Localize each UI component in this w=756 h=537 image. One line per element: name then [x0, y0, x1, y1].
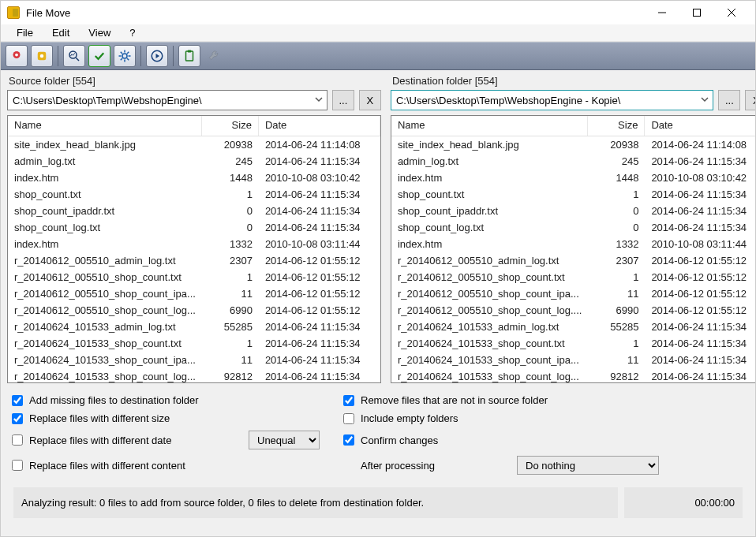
cell-date: 2010-10-08 03:10:42: [645, 172, 756, 184]
table-row[interactable]: r_20140624_101533_shop_count_log...92812…: [391, 368, 756, 383]
dest-clear-button[interactable]: X: [745, 90, 756, 110]
col-name[interactable]: Name: [391, 116, 589, 136]
cell-date: 2014-06-24 11:15:34: [645, 354, 756, 366]
table-row[interactable]: r_20140612_005510_admin_log.txt23072014-…: [391, 252, 756, 269]
cell-name: index.htm: [391, 238, 589, 250]
opt-replace-content[interactable]: Replace files with different content: [12, 460, 249, 472]
wrench-icon[interactable]: [204, 45, 226, 67]
cell-date: 2014-06-24 11:15:34: [645, 205, 756, 217]
table-row[interactable]: r_20140612_005510_shop_count_ipa...11201…: [8, 285, 380, 302]
table-row[interactable]: r_20140612_005510_admin_log.txt23072014-…: [8, 252, 380, 269]
table-row[interactable]: site_index_head_blank.jpg209382014-06-24…: [391, 136, 756, 153]
cell-size: 0: [588, 205, 645, 217]
gear-icon[interactable]: [114, 45, 136, 67]
cell-size: 1332: [588, 238, 645, 250]
menu-file[interactable]: File: [9, 25, 41, 40]
table-row[interactable]: admin_log.txt2452014-06-24 11:15:34: [391, 153, 756, 170]
source-path-input[interactable]: [7, 90, 327, 110]
cell-name: r_20140624_101533_shop_count_log...: [391, 371, 589, 382]
dest-list: Name Size Date site_index_head_blank.jpg…: [391, 115, 756, 383]
opt-replace-size[interactable]: Replace files with different size: [12, 412, 249, 424]
table-row[interactable]: shop_count_log.txt02014-06-24 11:15:34: [8, 219, 380, 236]
table-row[interactable]: r_20140624_101533_shop_count_ipa...11201…: [391, 352, 756, 368]
col-size[interactable]: Size: [202, 116, 259, 136]
table-row[interactable]: r_20140624_101533_shop_count_log...92812…: [8, 368, 380, 383]
cell-name: shop_count_ipaddr.txt: [391, 205, 589, 217]
svg-point-5: [15, 54, 18, 57]
cell-date: 2014-06-12 01:55:12: [259, 271, 380, 283]
table-row[interactable]: r_20140624_101533_admin_log.txt552852014…: [391, 319, 756, 335]
dest-path-input[interactable]: [391, 90, 714, 110]
clipboard-icon[interactable]: [178, 45, 200, 67]
table-row[interactable]: r_20140624_101533_shop_count.txt12014-06…: [8, 335, 380, 352]
svg-line-15: [121, 52, 122, 54]
source-pane: Source folder [554] ... X Name Size Date…: [7, 73, 381, 383]
table-row[interactable]: index.htm14482010-10-08 03:10:42: [8, 170, 380, 186]
after-processing-label: After processing: [343, 460, 517, 472]
table-row[interactable]: r_20140612_005510_shop_count.txt12014-06…: [8, 269, 380, 285]
minimize-button[interactable]: [645, 2, 679, 24]
opt-include-empty[interactable]: Include empty folders: [343, 412, 744, 424]
cell-size: 6990: [588, 304, 645, 316]
col-size[interactable]: Size: [588, 116, 645, 136]
date-mode-combo[interactable]: Unequal: [249, 431, 320, 449]
table-row[interactable]: shop_count_ipaddr.txt02014-06-24 11:15:3…: [391, 203, 756, 219]
svg-point-10: [122, 54, 127, 58]
table-row[interactable]: r_20140624_101533_shop_count_ipa...11201…: [8, 352, 380, 368]
cell-date: 2014-06-24 11:15:34: [259, 354, 380, 366]
cell-size: 20938: [588, 139, 645, 151]
maximize-button[interactable]: [679, 2, 714, 24]
table-row[interactable]: admin_log.txt2452014-06-24 11:15:34: [8, 153, 380, 170]
table-row[interactable]: shop_count.txt12014-06-24 11:15:34: [8, 186, 380, 203]
table-row[interactable]: site_index_head_blank.jpg209382014-06-24…: [8, 136, 380, 153]
table-row[interactable]: r_20140612_005510_shop_count.txt12014-06…: [391, 269, 756, 285]
table-row[interactable]: shop_count_ipaddr.txt02014-06-24 11:15:3…: [8, 203, 380, 219]
table-row[interactable]: r_20140624_101533_shop_count.txt12014-06…: [391, 335, 756, 352]
pin-yellow-icon[interactable]: [31, 45, 53, 67]
dest-label: Destination folder [554]: [391, 73, 756, 90]
analyze-icon[interactable]: [63, 45, 85, 67]
opt-add-missing[interactable]: Add missing files to destination folder: [12, 394, 249, 406]
table-row[interactable]: r_20140612_005510_shop_count_log...69902…: [8, 302, 380, 319]
after-processing-combo[interactable]: Do nothing: [517, 456, 659, 475]
source-clear-button[interactable]: X: [359, 90, 381, 110]
col-date[interactable]: Date: [645, 116, 756, 136]
dest-browse-button[interactable]: ...: [718, 90, 740, 110]
menu-view[interactable]: View: [80, 25, 118, 40]
table-row[interactable]: index.htm14482010-10-08 03:10:42: [391, 170, 756, 186]
table-row[interactable]: r_20140612_005510_shop_count_log....6990…: [391, 302, 756, 319]
table-row[interactable]: shop_count.txt12014-06-24 11:15:34: [391, 186, 756, 203]
opt-confirm[interactable]: Confirm changes: [343, 434, 744, 446]
table-row[interactable]: index.htm13322010-10-08 03:11:44: [8, 236, 380, 252]
source-list-body[interactable]: site_index_head_blank.jpg209382014-06-24…: [8, 136, 380, 383]
cell-name: r_20140624_101533_shop_count.txt: [8, 337, 202, 349]
menu-edit[interactable]: Edit: [44, 25, 77, 40]
cell-size: 0: [588, 222, 645, 233]
table-row[interactable]: r_20140624_101533_admin_log.txt552852014…: [8, 319, 380, 335]
cell-size: 20938: [202, 139, 259, 151]
cell-name: r_20140624_101533_admin_log.txt: [8, 321, 202, 333]
cell-date: 2014-06-24 11:15:34: [645, 222, 756, 233]
cell-size: 55285: [588, 321, 645, 333]
table-row[interactable]: shop_count_log.txt02014-06-24 11:15:34: [391, 219, 756, 236]
play-icon[interactable]: [146, 45, 168, 67]
table-row[interactable]: index.htm13322010-10-08 03:11:44: [391, 236, 756, 252]
table-row[interactable]: r_20140612_005510_shop_count_ipa...11201…: [391, 285, 756, 302]
col-name[interactable]: Name: [8, 116, 202, 136]
cell-date: 2014-06-24 11:15:34: [645, 337, 756, 349]
source-browse-button[interactable]: ...: [332, 90, 354, 110]
dest-path-combo[interactable]: [391, 90, 714, 110]
opt-replace-date[interactable]: Replace files with different date: [12, 434, 249, 446]
pin-red-icon[interactable]: [6, 45, 28, 67]
source-path-combo[interactable]: [7, 90, 327, 110]
opt-remove-extra[interactable]: Remove files that are not in source fold…: [343, 394, 744, 406]
cell-date: 2014-06-24 11:15:34: [259, 337, 380, 349]
close-button[interactable]: [714, 2, 749, 24]
col-date[interactable]: Date: [259, 116, 380, 136]
cell-name: r_20140624_101533_shop_count_ipa...: [391, 354, 589, 366]
cell-size: 1: [588, 337, 645, 349]
cell-size: 2307: [202, 255, 259, 267]
check-icon[interactable]: [88, 45, 110, 67]
dest-list-body[interactable]: site_index_head_blank.jpg209382014-06-24…: [391, 136, 756, 383]
menu-help[interactable]: ?: [122, 25, 143, 40]
